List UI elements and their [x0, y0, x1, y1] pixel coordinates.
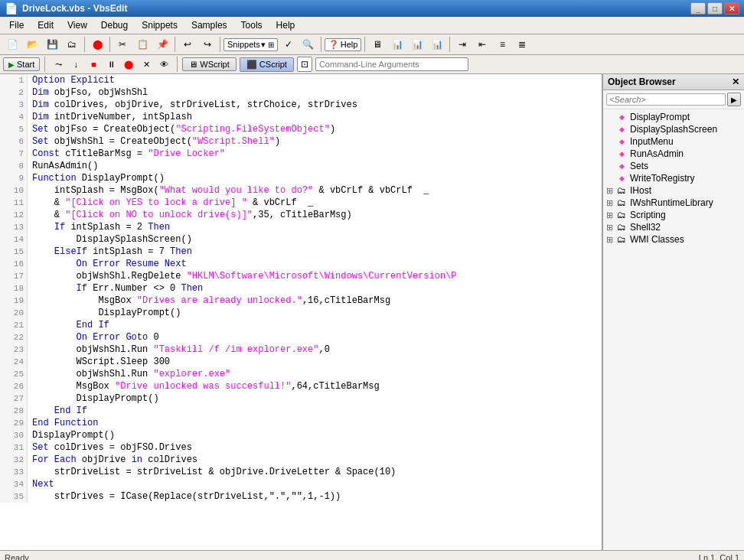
tree-item-label: Scripting — [630, 210, 666, 220]
line-number: 32 — [0, 454, 28, 466]
clear-breakpoints-button[interactable]: ✕ — [138, 57, 155, 72]
tree-item[interactable]: ⊞🗂Scripting — [603, 209, 744, 221]
step-over-button[interactable]: ⤳ — [50, 57, 67, 72]
code-line: 30DisplayPrompt() — [0, 429, 602, 441]
menu-debug[interactable]: Debug — [95, 18, 134, 32]
object-browser-title: Object Browser — [608, 77, 676, 87]
code-line: 28 End If — [0, 405, 602, 417]
copy-button[interactable]: 📋 — [133, 36, 152, 53]
line-number: 25 — [0, 368, 28, 380]
code-token: If — [77, 283, 87, 294]
object-browser: Object Browser ✕ ▶ ◆DisplayPrompt ◆Displ… — [602, 74, 744, 550]
save-button[interactable]: 💾 — [43, 36, 61, 53]
line-content: strDriveList = strDriveList & objDrive.D… — [28, 466, 602, 478]
expand-icon: ⊞ — [606, 223, 615, 233]
undo-button[interactable]: ↩ — [178, 36, 197, 53]
line-number: 26 — [0, 380, 28, 392]
code-token: colDrives — [142, 454, 197, 465]
code-token: Then — [181, 283, 203, 294]
tree-item[interactable]: ◆DisplayPrompt — [603, 111, 744, 123]
status-bar: Ready Ln 1, Col 1 — [0, 550, 744, 560]
code-token: DisplayPrompt() — [77, 173, 165, 184]
object-browser-header: Object Browser ✕ — [603, 74, 744, 90]
line-number: 16 — [0, 258, 28, 270]
check-button[interactable]: ✓ — [279, 36, 298, 53]
tree-item[interactable]: ⊞🗂Shell32 — [603, 221, 744, 233]
browser1-button[interactable]: 🖥 — [368, 36, 387, 53]
cut-button[interactable]: ✂ — [113, 36, 132, 53]
redo-button[interactable]: ↪ — [198, 36, 217, 53]
menu-snippets[interactable]: Snippets — [135, 18, 184, 32]
menu-view[interactable]: View — [61, 18, 93, 32]
tree-item[interactable]: ◆DisplaySplashScreen — [603, 123, 744, 135]
object-browser-search: ▶ — [603, 90, 744, 109]
line-content: End If — [28, 405, 602, 417]
line-number: 5 — [0, 123, 28, 135]
code-token: 0 — [148, 332, 158, 343]
tree-item[interactable]: ⊞🗂IHost — [603, 184, 744, 197]
code-line: 23 objWshShl.Run "Taskkill /f /im explor… — [0, 343, 602, 356]
code-line: 12 & "[Click on NO to unlock drive(s)]",… — [0, 209, 602, 221]
obj-search-go-button[interactable]: ▶ — [727, 93, 741, 106]
menu-edit[interactable]: Edit — [31, 18, 60, 32]
search-button[interactable]: 🔍 — [299, 36, 318, 53]
pause-button[interactable]: ⏸ — [103, 57, 119, 72]
code-token: MsgBox — [32, 295, 137, 306]
line-number: 29 — [0, 417, 28, 429]
tree-item[interactable]: ◆InputMenu — [603, 135, 744, 148]
format-button[interactable]: ≣ — [513, 36, 531, 53]
open-button[interactable]: 📂 — [23, 36, 41, 53]
snippets-grid-icon: ⊞ — [268, 41, 274, 49]
tree-item[interactable]: ⊞🗂WMI Classes — [603, 233, 744, 246]
line-content: If intSplash = 2 Then — [28, 221, 602, 233]
line-number: 8 — [0, 160, 28, 172]
help-button[interactable]: ❓ Help — [325, 38, 362, 51]
tab-button[interactable]: ⊡ — [297, 57, 312, 72]
tree-item[interactable]: ◆WriteToRegistry — [603, 172, 744, 184]
tree-item[interactable]: ⊞🗂IWshRuntimeLibrary — [603, 197, 744, 209]
maximize-button[interactable]: □ — [707, 2, 723, 15]
code-token: "Scripting.FileSystemObject" — [175, 124, 330, 135]
menu-tools[interactable]: Tools — [235, 18, 269, 32]
browser4-button[interactable]: 📊 — [428, 36, 446, 53]
tree-item[interactable]: ◆Sets — [603, 160, 744, 172]
menu-file[interactable]: File — [3, 18, 30, 32]
watch-button[interactable]: 👁 — [155, 57, 172, 72]
minimize-button[interactable]: _ — [690, 2, 706, 15]
toggle-breakpoint-button[interactable]: ⬤ — [120, 57, 137, 72]
outdent-button[interactable]: ⇤ — [473, 36, 491, 53]
code-token: ,16,cTitleBarMsg — [302, 295, 390, 306]
align-button[interactable]: ≡ — [493, 36, 511, 53]
browser3-button[interactable]: 📊 — [408, 36, 426, 53]
tree-item[interactable]: ◆RunAsAdmin — [603, 148, 744, 160]
code-token: colDrives = objFSO.Drives — [49, 442, 192, 453]
line-number: 7 — [0, 148, 28, 160]
code-token: End If — [54, 405, 87, 416]
close-button[interactable]: ✕ — [724, 2, 739, 15]
cmdargs-input[interactable] — [315, 57, 468, 71]
code-editor[interactable]: 1Option Explicit2Dim objFso, objWshShl3D… — [0, 74, 602, 550]
indent-button[interactable]: ⇥ — [453, 36, 472, 53]
code-token: Set — [32, 124, 49, 135]
cscript-button[interactable]: ⬛ CScript — [240, 57, 294, 72]
sep6 — [364, 37, 365, 52]
save-all-button[interactable]: 🗂 — [63, 36, 81, 53]
close-obj-browser-button[interactable]: ✕ — [732, 77, 739, 87]
new-button[interactable]: 📄 — [3, 36, 21, 53]
obj-search-input[interactable] — [606, 93, 726, 106]
expand-icon: ⊞ — [606, 235, 615, 245]
tree-item-label: WMI Classes — [630, 234, 684, 245]
code-token: ,64,cTitleBarMsg — [291, 381, 379, 392]
menu-help[interactable]: Help — [270, 18, 302, 32]
stop-button[interactable]: ⬤ — [88, 36, 106, 53]
stop-run-button[interactable]: ■ — [85, 57, 102, 72]
menu-samples[interactable]: Samples — [185, 18, 233, 32]
browser2-button[interactable]: 📊 — [388, 36, 406, 53]
line-number: 4 — [0, 111, 28, 123]
code-token — [32, 246, 54, 257]
paste-button[interactable]: 📌 — [153, 36, 171, 53]
wscript-button[interactable]: 🖥 WScript — [182, 57, 237, 71]
snippets-dropdown[interactable]: Snippets ▾ ⊞ — [224, 38, 278, 51]
start-button[interactable]: ▶ Start — [3, 57, 40, 71]
step-into-button[interactable]: ↓ — [67, 57, 84, 72]
